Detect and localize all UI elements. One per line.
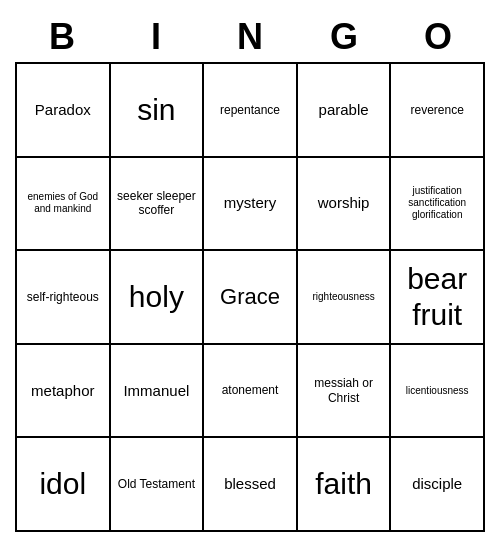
bingo-grid: Paradoxsinrepentanceparablereverenceenem… — [15, 62, 485, 532]
bingo-cell-14: bear fruit — [391, 251, 485, 345]
bingo-cell-17: atonement — [204, 345, 298, 439]
bingo-card: BINGO Paradoxsinrepentanceparablereveren… — [15, 12, 485, 532]
bingo-cell-12: Grace — [204, 251, 298, 345]
header-letter: B — [15, 12, 109, 62]
bingo-cell-1: sin — [111, 64, 205, 158]
bingo-cell-2: repentance — [204, 64, 298, 158]
bingo-cell-3: parable — [298, 64, 392, 158]
header-letter: N — [203, 12, 297, 62]
bingo-cell-16: Immanuel — [111, 345, 205, 439]
bingo-cell-8: worship — [298, 158, 392, 252]
bingo-cell-9: justification sanctification glorificati… — [391, 158, 485, 252]
bingo-cell-4: reverence — [391, 64, 485, 158]
header-letter: I — [109, 12, 203, 62]
header-letter: G — [297, 12, 391, 62]
bingo-header: BINGO — [15, 12, 485, 62]
bingo-cell-10: self-righteous — [17, 251, 111, 345]
bingo-cell-15: metaphor — [17, 345, 111, 439]
bingo-cell-6: seeker sleeper scoffer — [111, 158, 205, 252]
bingo-cell-18: messiah or Christ — [298, 345, 392, 439]
bingo-cell-24: disciple — [391, 438, 485, 532]
bingo-cell-22: blessed — [204, 438, 298, 532]
bingo-cell-20: idol — [17, 438, 111, 532]
bingo-cell-0: Paradox — [17, 64, 111, 158]
bingo-cell-7: mystery — [204, 158, 298, 252]
header-letter: O — [391, 12, 485, 62]
bingo-cell-19: licentiousness — [391, 345, 485, 439]
bingo-cell-23: faith — [298, 438, 392, 532]
bingo-cell-11: holy — [111, 251, 205, 345]
bingo-cell-13: righteousness — [298, 251, 392, 345]
bingo-cell-21: Old Testament — [111, 438, 205, 532]
bingo-cell-5: enemies of God and mankind — [17, 158, 111, 252]
